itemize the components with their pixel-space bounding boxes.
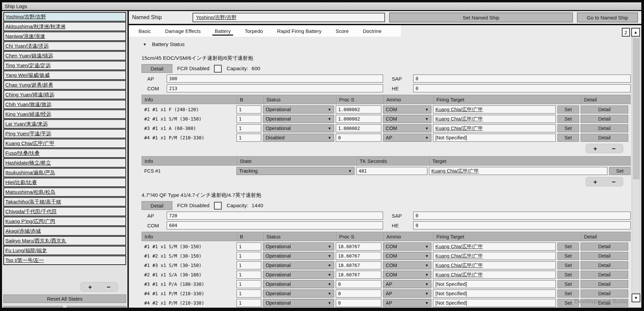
ship-list-item[interactable]: Chen Yuan/鎮遠/镇远 (3, 51, 126, 60)
ammo-dropdown[interactable]: COM▼ (383, 115, 431, 123)
add-mount-button[interactable]: + (589, 145, 601, 152)
mount-detail-button[interactable]: Detail (581, 280, 628, 288)
mount-detail-button[interactable]: Detail (581, 124, 628, 132)
fcs-target-input[interactable]: Kuang Chia/広甲/广甲 (429, 167, 607, 175)
firing-target-input[interactable]: [Not Specified] (433, 134, 556, 142)
fcr-disabled-checkbox[interactable] (214, 65, 222, 73)
set-target-button[interactable]: Set (557, 115, 579, 123)
ammo-dropdown[interactable]: AP▼ (383, 134, 431, 142)
set-named-ship-button[interactable]: Set Named Ship (389, 12, 573, 23)
firing-target-input[interactable]: Kuang Chia/広甲/广甲 (433, 271, 556, 279)
he-input[interactable]: 0 (413, 84, 631, 92)
mount-detail-button[interactable]: Detail (581, 134, 628, 142)
scroll-down-icon[interactable]: ▼ (632, 294, 640, 302)
add-ship-button[interactable]: + (84, 284, 96, 290)
ship-list-item[interactable]: Yoshino/吉野/吉野 (3, 12, 126, 21)
proc-s-input[interactable]: 18.60767 (336, 271, 381, 279)
tab-damage-effects[interactable]: Damage Effects (158, 25, 208, 37)
status-dropdown[interactable]: Operational▼ (263, 115, 334, 123)
scrollbar-track[interactable] (632, 37, 640, 293)
ammo-dropdown[interactable]: COM▼ (383, 271, 431, 279)
status-dropdown[interactable]: Operational▼ (263, 271, 334, 279)
fcs-state-dropdown[interactable]: Tracking▼ (236, 167, 355, 175)
status-dropdown[interactable]: Operational▼ (263, 124, 334, 132)
tab-basic[interactable]: Basic (131, 25, 158, 37)
go-to-named-ship-button[interactable]: Go to Named Ship (577, 12, 638, 23)
ship-list-item[interactable]: Saikyo Maru/西京丸/西京丸 (3, 236, 126, 246)
proc-s-input[interactable]: 18.60767 (336, 252, 381, 260)
com-input[interactable]: 604 (167, 221, 383, 229)
ap-input[interactable]: 720 (167, 212, 383, 220)
barrel-count-input[interactable]: 1 (236, 134, 261, 142)
ship-list-item[interactable]: Kuang Chia/広甲/广甲 (3, 139, 126, 148)
status-dropdown[interactable]: Operational▼ (263, 105, 334, 114)
add-fcs-button[interactable]: + (589, 179, 601, 185)
set-target-button[interactable]: Set (557, 261, 579, 269)
ammo-dropdown[interactable]: COM▼ (383, 124, 431, 132)
mount-detail-button[interactable]: Detail (581, 252, 628, 260)
mount-detail-button[interactable]: Detail (581, 261, 628, 269)
collapse-section-icon[interactable]: ▼ (143, 42, 147, 46)
fcr-disabled-checkbox[interactable] (214, 202, 222, 210)
proc-s-input[interactable]: 18.60767 (336, 242, 381, 251)
tab-torpedo[interactable]: Torpedo (238, 25, 270, 37)
scroll-up-icon[interactable]: ▲ (631, 28, 640, 37)
ship-list-item[interactable]: Lai Yuan/来遠/来远 (3, 119, 126, 129)
barrel-count-input[interactable]: 1 (236, 299, 261, 307)
ammo-dropdown[interactable]: AP▼ (383, 299, 431, 307)
proc-s-input[interactable]: 18.60767 (336, 261, 381, 269)
barrel-count-input[interactable]: 1 (236, 242, 261, 251)
status-dropdown[interactable]: Operational▼ (263, 252, 334, 260)
barrel-count-input[interactable]: 1 (236, 105, 261, 114)
ammo-dropdown[interactable]: COM▼ (383, 242, 431, 251)
barrel-count-input[interactable]: 1 (236, 252, 261, 260)
firing-target-input[interactable]: Kuang Chia/広甲/广甲 (433, 242, 556, 251)
firing-target-input[interactable]: Kuang Chia/広甲/广甲 (433, 261, 556, 269)
tab-rapid-firing-battery[interactable]: Rapid Firing Battery (270, 25, 329, 37)
status-dropdown[interactable]: Operational▼ (263, 280, 334, 288)
ammo-dropdown[interactable]: COM▼ (383, 252, 431, 260)
firing-target-input[interactable]: Kuang Chia/広甲/广甲 (433, 115, 556, 123)
status-dropdown[interactable]: Operational▼ (263, 261, 334, 269)
remove-ship-button[interactable]: − (103, 284, 114, 290)
ship-list-item[interactable]: Akitsushima/秋津洲/秋津洲 (3, 22, 126, 31)
ship-list-item[interactable]: Ching Yuan/靖遠/靖远 (3, 90, 126, 99)
proc-s-input[interactable]: 1.000002 (336, 105, 381, 114)
mount-detail-button[interactable]: Detail (581, 115, 628, 123)
remove-mount-button[interactable]: − (608, 145, 620, 152)
barrel-count-input[interactable]: 1 (236, 290, 261, 298)
reset-all-states-button[interactable]: Reset All States (3, 295, 126, 303)
mount-detail-button[interactable]: Detail (581, 290, 628, 298)
com-input[interactable]: 213 (167, 84, 383, 92)
ship-list-item[interactable]: Chiyoda/千代田/千代田 (3, 207, 126, 216)
barrel-count-input[interactable]: 1 (236, 271, 261, 279)
proc-s-input[interactable]: 1.000002 (336, 124, 381, 132)
ammo-dropdown[interactable]: AP▼ (383, 280, 431, 288)
ammo-dropdown[interactable]: COM▼ (383, 261, 431, 269)
ship-list-item[interactable]: Hashidate/橋立/桥立 (3, 158, 126, 168)
proc-s-input[interactable]: 0 (336, 134, 381, 142)
status-dropdown[interactable]: Operational▼ (263, 290, 334, 298)
set-target-button[interactable]: Set (557, 105, 579, 114)
status-dropdown[interactable]: Operational▼ (263, 299, 334, 307)
tab-score[interactable]: Score (328, 25, 356, 37)
ship-list-item[interactable]: Tso I/第一号/左一 (3, 256, 126, 265)
ammo-dropdown[interactable]: AP▼ (383, 290, 431, 298)
mount-detail-button[interactable]: Detail (581, 271, 628, 279)
ship-list-item[interactable]: Ting Yuen/定遠/定远 (3, 61, 126, 70)
ship-list-item[interactable]: Matsushima/松島/松岛 (3, 187, 126, 197)
proc-s-input[interactable]: 1.000002 (336, 115, 381, 123)
firing-target-input[interactable]: Kuang Chia/広甲/广甲 (433, 252, 556, 260)
sap-input[interactable]: 0 (413, 212, 631, 220)
tk-seconds-input[interactable]: 481 (356, 167, 427, 175)
set-target-button[interactable]: Set (557, 290, 579, 298)
proc-s-input[interactable]: 0 (336, 280, 381, 288)
mount-detail-button[interactable]: Detail (581, 105, 628, 114)
set-target-button[interactable]: Set (557, 124, 579, 132)
barrel-count-input[interactable]: 1 (236, 124, 261, 132)
ship-list-item[interactable]: Hiei/比叡/比睿 (3, 178, 126, 187)
fcs-set-button[interactable]: Set (609, 167, 631, 175)
sap-input[interactable]: 0 (413, 75, 631, 83)
ship-list-item[interactable]: Fu Lung/福龍/福龙 (3, 246, 126, 255)
set-target-button[interactable]: Set (557, 252, 579, 260)
